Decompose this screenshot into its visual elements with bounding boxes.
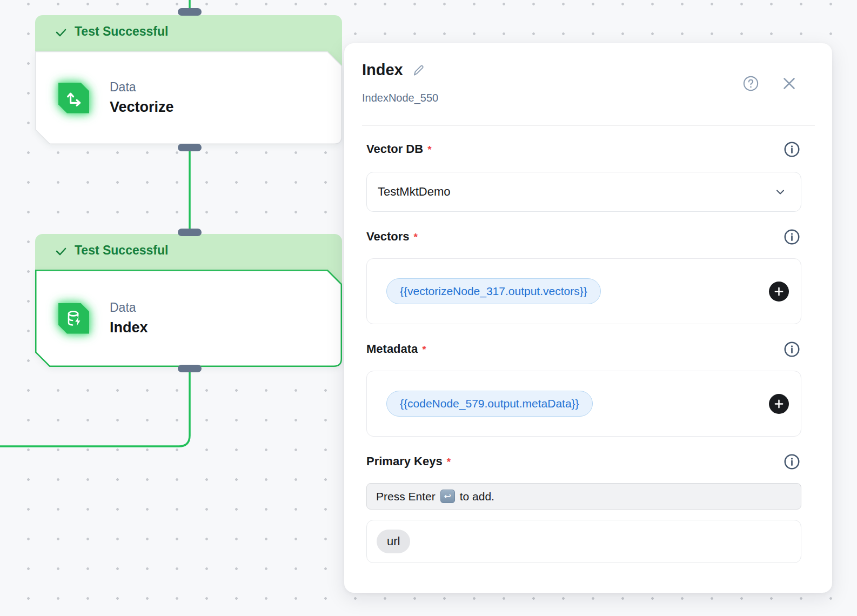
info-icon <box>784 142 800 157</box>
pencil-icon <box>412 63 426 77</box>
question-circle-icon <box>743 76 759 91</box>
node-config-panel: Index IndexNode_550 Vector DB * <box>344 43 832 593</box>
metadata-variable-chip[interactable]: {{codeNode_579.output.metaData}} <box>386 391 593 417</box>
edit-title-button[interactable] <box>412 63 426 77</box>
handle-vectorize-bottom[interactable] <box>178 144 202 151</box>
required-marker: * <box>427 144 431 156</box>
node-category: Data <box>110 80 174 95</box>
node-status-label: Test Successful <box>75 24 168 39</box>
panel-subtitle: IndexNode_550 <box>362 92 438 104</box>
metadata-add-button[interactable] <box>769 394 789 414</box>
database-icon <box>58 303 89 334</box>
enter-key-icon: ↩ <box>440 490 455 503</box>
node-title: Vectorize <box>110 99 174 116</box>
metadata-label: Metadata * <box>366 342 426 356</box>
close-icon <box>782 76 796 91</box>
node-index[interactable]: Test Successful Data Index <box>35 234 342 384</box>
handle-index-bottom[interactable] <box>178 365 202 372</box>
required-marker: * <box>422 344 426 356</box>
vectors-field[interactable]: {{vectorizeNode_317.output.vectors}} <box>366 258 801 324</box>
help-button[interactable] <box>743 76 759 91</box>
vector-db-label: Vector DB * <box>366 142 432 156</box>
primary-keys-tags: url <box>366 520 801 563</box>
primary-keys-placeholder-after: to add. <box>460 490 494 503</box>
metadata-info-button[interactable] <box>784 342 800 357</box>
check-icon <box>55 26 68 39</box>
plus-icon <box>774 286 784 297</box>
info-icon <box>784 342 800 357</box>
primary-key-tag[interactable]: url <box>377 530 410 553</box>
info-icon <box>784 454 800 470</box>
node-card-content: Data Vectorize <box>35 51 342 144</box>
primary-keys-placeholder-before: Press Enter <box>376 490 436 503</box>
primary-keys-input[interactable]: Press Enter ↩ to add. <box>366 483 801 510</box>
primary-keys-info-button[interactable] <box>784 454 800 470</box>
vector-db-select[interactable]: TestMktDemo <box>366 172 801 212</box>
primary-keys-label: Primary Keys * <box>366 454 451 468</box>
node-text: Data Vectorize <box>110 80 174 116</box>
vectorize-icon <box>58 83 89 113</box>
header-divider <box>362 125 815 126</box>
node-card-content: Data Index <box>35 270 342 367</box>
vector-db-info-button[interactable] <box>784 142 800 157</box>
node-text: Data Index <box>110 300 148 336</box>
handle-index-top[interactable] <box>178 229 202 236</box>
required-marker: * <box>447 456 451 468</box>
node-category: Data <box>110 300 148 315</box>
vector-db-value: TestMktDemo <box>378 185 450 199</box>
required-marker: * <box>414 231 418 243</box>
check-icon <box>55 245 68 258</box>
info-icon <box>784 229 800 245</box>
close-panel-button[interactable] <box>782 76 796 91</box>
vectors-info-button[interactable] <box>784 229 800 245</box>
plus-icon <box>774 399 784 409</box>
node-vectorize[interactable]: Test Successful Data Vectorize <box>35 15 342 161</box>
vectors-variable-chip[interactable]: {{vectorizeNode_317.output.vectors}} <box>386 278 601 304</box>
node-title: Index <box>110 319 148 336</box>
vectors-label: Vectors * <box>366 230 418 244</box>
handle-vectorize-top[interactable] <box>178 8 202 16</box>
panel-title: Index <box>362 61 403 79</box>
vectors-add-button[interactable] <box>769 282 789 302</box>
node-status-label: Test Successful <box>75 243 168 258</box>
workflow-editor: { "colors": { "accent_green": "#22c05a",… <box>0 0 857 616</box>
metadata-field[interactable]: {{codeNode_579.output.metaData}} <box>366 371 801 437</box>
chevron-down-icon <box>774 185 787 198</box>
